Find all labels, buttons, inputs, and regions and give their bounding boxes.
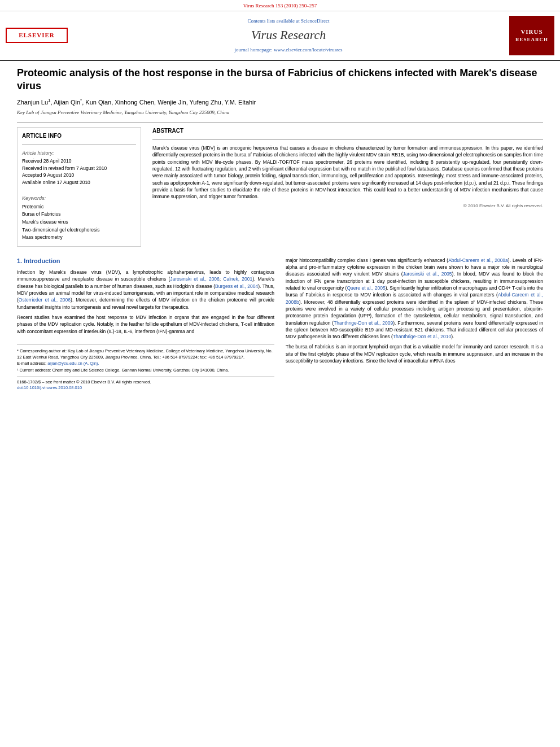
available-date: Available online 17 August 2010 — [22, 180, 136, 186]
keywords-label: Keywords: — [22, 195, 136, 202]
journal-center: Contents lists available at ScienceDirec… — [68, 18, 509, 54]
doi-bar: 0168-1702/$ – see front matter © 2010 El… — [17, 377, 274, 391]
journal-homepage: journal homepage: www.elsevier.com/locat… — [68, 46, 509, 54]
ref-burgess-2004[interactable]: Burgess et al., 2004 — [215, 283, 258, 289]
sciencedirect-name: ScienceDirect — [301, 18, 329, 24]
footnote-email: E-mail address: aijian@yzu.edu.cn (A. Qi… — [17, 360, 274, 366]
body-section: 1. Introduction Infection by Marek's dis… — [17, 257, 543, 391]
ref-osterrieder-2006[interactable]: Osterrieder et al., 2006 — [19, 297, 71, 303]
keyword-2: Bursa of Fabricius — [22, 211, 136, 219]
article-info-abstract: ARTICLE INFO Article history: Received 2… — [17, 127, 543, 251]
abstract-title: ABSTRACT — [152, 127, 543, 135]
footnote-corresponding: * Corresponding author at: Key Lab of Ji… — [17, 348, 274, 361]
affiliation: Key Lab of Jiangsu Preventive Veterinary… — [17, 109, 543, 116]
elsevier-logo-area: ELSEVIER — [6, 28, 68, 43]
body-para-1: Infection by Marek's disease virus (MDV)… — [17, 269, 274, 311]
ref-abdulcareem-2008b[interactable]: Abdul-Careem et al., 2008b — [286, 292, 543, 304]
keyword-1: Proteomic — [22, 203, 136, 211]
keyword-4: Two-dimensional gel electrophoresis — [22, 226, 136, 234]
email-label: E-mail address: — [17, 361, 46, 366]
keywords-list: Proteomic Bursa of Fabricius Marek's dis… — [22, 203, 136, 242]
author-kun: Kun Qian, Xinhong Chen, Wenjie Jin, Yufe… — [85, 99, 256, 106]
ref-calnek-2001[interactable]: Calnek, 2001 — [223, 276, 252, 282]
body-right-col: major histocompatibility complex class I… — [286, 257, 543, 391]
citation-bar: Virus Research 153 (2010) 250–257 — [0, 0, 560, 11]
citation-text: Virus Research 153 (2010) 250–257 — [243, 3, 317, 8]
homepage-label: journal homepage: — [235, 47, 273, 53]
copyright-text: © 2010 Elsevier B.V. All rights reserved… — [152, 203, 543, 209]
ref-thanthrige-2010[interactable]: Thanthrige-Don et al., 2010 — [393, 334, 451, 339]
logo-virus: VIRUS — [520, 28, 542, 36]
ref-thanthrige-2009[interactable]: Thanthrige-Don et al., 2009 — [334, 320, 393, 326]
license-text: 0168-1702/$ – see front matter © 2010 El… — [17, 379, 274, 386]
body-right-para-2: The bursa of Fabricius is an important l… — [286, 343, 543, 364]
keyword-3: Marek's disease virus — [22, 219, 136, 226]
divider-abstract — [152, 139, 543, 140]
divider-1 — [17, 122, 543, 123]
ref-abdulcareem-2008a[interactable]: Abdul-Careem et al., 2008a — [448, 257, 508, 263]
accepted-date: Accepted 9 August 2010 — [22, 172, 136, 179]
author-aijian: Aijian Qin*, — [54, 99, 85, 106]
ref-quere-2005[interactable]: Quere et al., 2005 — [347, 285, 385, 291]
authors-line: Zhanjun Lu1, Aijian Qin*, Kun Qian, Xinh… — [17, 97, 543, 107]
email-address[interactable]: aijian@yzu.edu.cn (A. Qin). — [47, 361, 99, 366]
ref-jarosinski-2005[interactable]: Jarosinski et al., 2005 — [403, 271, 452, 277]
left-column: ARTICLE INFO Article history: Received 2… — [17, 127, 141, 251]
received-date: Received 28 April 2010 — [22, 158, 136, 165]
body-para-2: Recent studies have examined the host re… — [17, 314, 274, 335]
article-history-label: Article history: — [22, 150, 136, 157]
footnote-area: * Corresponding author at: Key Lab of Ji… — [17, 344, 274, 391]
right-column: ABSTRACT Marek's disease virus (MDV) is … — [152, 127, 543, 251]
body-right-para-1: major histocompatibility complex class I… — [286, 257, 543, 340]
logo-research: RESEARCH — [515, 36, 548, 43]
footnote-1: ¹ Current address: Chemistry and Life Sc… — [17, 367, 274, 373]
revised-date: Received in revised form 7 August 2010 — [22, 165, 136, 172]
section1-title: 1. Introduction — [17, 257, 274, 265]
homepage-url[interactable]: www.elsevier.com/locate/virusres — [274, 47, 342, 53]
divider-info — [22, 145, 136, 145]
sciencedirect-link[interactable]: Contents lists available at ScienceDirec… — [68, 18, 509, 25]
article-title: Proteomic analysis of the host response … — [17, 67, 543, 93]
article-main: Proteomic analysis of the host response … — [0, 61, 560, 397]
doi-text[interactable]: doi:10.1016/j.virusres.2010.08.010 — [17, 385, 274, 391]
author-zhanjun: Zhanjun Lu1, — [17, 99, 54, 106]
keyword-5: Mass spectrometry — [22, 234, 136, 242]
journal-title: Virus Research — [68, 27, 509, 44]
journal-header: ELSEVIER Contents lists available at Sci… — [0, 11, 560, 61]
contents-text: Contents lists available at — [248, 18, 300, 24]
abstract-text: Marek's disease virus (MDV) is an oncoge… — [152, 145, 543, 200]
article-info-box: ARTICLE INFO Article history: Received 2… — [17, 127, 141, 247]
body-left-col: 1. Introduction Infection by Marek's dis… — [17, 257, 274, 391]
elsevier-logo: ELSEVIER — [6, 28, 68, 43]
ref-jarosinski-2006[interactable]: Jarosinski et al., 2006 — [170, 276, 220, 282]
article-info-title: ARTICLE INFO — [22, 132, 136, 140]
virus-research-logo: VIRUS RESEARCH — [509, 16, 554, 55]
